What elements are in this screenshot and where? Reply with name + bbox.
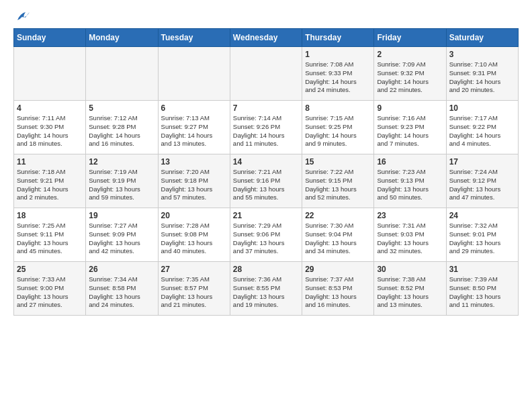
day-info: Sunrise: 7:17 AM Sunset: 9:22 PM Dayligh… bbox=[449, 114, 515, 148]
day-number: 25 bbox=[17, 265, 83, 274]
day-number: 4 bbox=[17, 103, 83, 113]
weekday-header-wednesday: Wednesday bbox=[230, 29, 302, 47]
calendar-cell: 7Sunrise: 7:14 AM Sunset: 9:26 PM Daylig… bbox=[230, 101, 302, 154]
day-number: 6 bbox=[161, 103, 227, 113]
calendar-cell bbox=[14, 47, 86, 101]
calendar-cell bbox=[158, 47, 230, 101]
day-info: Sunrise: 7:11 AM Sunset: 9:30 PM Dayligh… bbox=[17, 114, 83, 148]
day-number: 8 bbox=[305, 103, 371, 113]
day-info: Sunrise: 7:30 AM Sunset: 9:04 PM Dayligh… bbox=[305, 222, 371, 256]
day-number: 10 bbox=[449, 103, 515, 113]
day-info: Sunrise: 7:27 AM Sunset: 9:09 PM Dayligh… bbox=[89, 222, 154, 256]
calendar-cell: 2Sunrise: 7:09 AM Sunset: 9:32 PM Daylig… bbox=[374, 47, 446, 101]
day-info: Sunrise: 7:20 AM Sunset: 9:18 PM Dayligh… bbox=[161, 168, 227, 202]
calendar-cell: 28Sunrise: 7:36 AM Sunset: 8:55 PM Dayli… bbox=[230, 262, 302, 316]
day-info: Sunrise: 7:13 AM Sunset: 9:27 PM Dayligh… bbox=[161, 114, 227, 148]
day-info: Sunrise: 7:35 AM Sunset: 8:57 PM Dayligh… bbox=[161, 275, 227, 310]
week-row-3: 11Sunrise: 7:18 AM Sunset: 9:21 PM Dayli… bbox=[14, 154, 519, 208]
week-row-4: 18Sunrise: 7:25 AM Sunset: 9:11 PM Dayli… bbox=[14, 208, 519, 262]
calendar-cell: 1Sunrise: 7:08 AM Sunset: 9:33 PM Daylig… bbox=[302, 47, 374, 101]
weekday-header-row: SundayMondayTuesdayWednesdayThursdayFrid… bbox=[14, 29, 519, 47]
day-number: 27 bbox=[161, 265, 227, 274]
header bbox=[13, 11, 519, 23]
calendar-cell: 19Sunrise: 7:27 AM Sunset: 9:09 PM Dayli… bbox=[86, 208, 158, 262]
calendar-cell: 15Sunrise: 7:22 AM Sunset: 9:15 PM Dayli… bbox=[302, 154, 374, 208]
calendar-cell bbox=[86, 47, 158, 101]
day-number: 21 bbox=[233, 211, 299, 220]
day-number: 22 bbox=[305, 211, 371, 220]
day-info: Sunrise: 7:18 AM Sunset: 9:21 PM Dayligh… bbox=[17, 168, 83, 202]
day-number: 18 bbox=[17, 211, 83, 220]
calendar-cell: 11Sunrise: 7:18 AM Sunset: 9:21 PM Dayli… bbox=[14, 154, 86, 208]
day-info: Sunrise: 7:14 AM Sunset: 9:26 PM Dayligh… bbox=[233, 114, 299, 148]
day-info: Sunrise: 7:29 AM Sunset: 9:06 PM Dayligh… bbox=[233, 222, 299, 256]
day-number: 19 bbox=[89, 211, 154, 220]
day-info: Sunrise: 7:22 AM Sunset: 9:15 PM Dayligh… bbox=[305, 168, 371, 202]
calendar-cell: 20Sunrise: 7:28 AM Sunset: 9:08 PM Dayli… bbox=[158, 208, 230, 262]
day-number: 13 bbox=[161, 157, 227, 167]
weekday-header-thursday: Thursday bbox=[302, 29, 374, 47]
calendar-cell: 22Sunrise: 7:30 AM Sunset: 9:04 PM Dayli… bbox=[302, 208, 374, 262]
day-number: 30 bbox=[377, 265, 443, 274]
calendar-cell: 29Sunrise: 7:37 AM Sunset: 8:53 PM Dayli… bbox=[302, 262, 374, 316]
weekday-header-monday: Monday bbox=[86, 29, 158, 47]
day-info: Sunrise: 7:37 AM Sunset: 8:53 PM Dayligh… bbox=[305, 275, 371, 310]
day-info: Sunrise: 7:38 AM Sunset: 8:52 PM Dayligh… bbox=[377, 275, 443, 310]
day-info: Sunrise: 7:19 AM Sunset: 9:19 PM Dayligh… bbox=[89, 168, 154, 202]
day-info: Sunrise: 7:12 AM Sunset: 9:28 PM Dayligh… bbox=[89, 114, 154, 148]
day-info: Sunrise: 7:09 AM Sunset: 9:32 PM Dayligh… bbox=[377, 60, 443, 95]
calendar-cell: 27Sunrise: 7:35 AM Sunset: 8:57 PM Dayli… bbox=[158, 262, 230, 316]
calendar-cell: 9Sunrise: 7:16 AM Sunset: 9:23 PM Daylig… bbox=[374, 101, 446, 154]
day-number: 11 bbox=[17, 157, 83, 167]
calendar-cell: 31Sunrise: 7:39 AM Sunset: 8:50 PM Dayli… bbox=[446, 262, 518, 316]
day-info: Sunrise: 7:23 AM Sunset: 9:13 PM Dayligh… bbox=[377, 168, 443, 202]
day-number: 16 bbox=[377, 157, 443, 167]
calendar-cell: 5Sunrise: 7:12 AM Sunset: 9:28 PM Daylig… bbox=[86, 101, 158, 154]
day-number: 2 bbox=[377, 50, 443, 59]
day-number: 7 bbox=[233, 103, 299, 113]
week-row-1: 1Sunrise: 7:08 AM Sunset: 9:33 PM Daylig… bbox=[14, 47, 519, 101]
day-number: 20 bbox=[161, 211, 227, 220]
calendar-cell: 3Sunrise: 7:10 AM Sunset: 9:31 PM Daylig… bbox=[446, 47, 518, 101]
day-info: Sunrise: 7:08 AM Sunset: 9:33 PM Dayligh… bbox=[305, 60, 371, 95]
weekday-header-sunday: Sunday bbox=[14, 29, 86, 47]
calendar-cell: 12Sunrise: 7:19 AM Sunset: 9:19 PM Dayli… bbox=[86, 154, 158, 208]
calendar-cell: 23Sunrise: 7:31 AM Sunset: 9:03 PM Dayli… bbox=[374, 208, 446, 262]
day-number: 17 bbox=[449, 157, 515, 167]
day-number: 28 bbox=[233, 265, 299, 274]
weekday-header-friday: Friday bbox=[374, 29, 446, 47]
day-number: 1 bbox=[305, 50, 371, 59]
calendar-cell: 4Sunrise: 7:11 AM Sunset: 9:30 PM Daylig… bbox=[14, 101, 86, 154]
weekday-header-tuesday: Tuesday bbox=[158, 29, 230, 47]
day-info: Sunrise: 7:36 AM Sunset: 8:55 PM Dayligh… bbox=[233, 275, 299, 310]
day-number: 23 bbox=[377, 211, 443, 220]
calendar-cell: 21Sunrise: 7:29 AM Sunset: 9:06 PM Dayli… bbox=[230, 208, 302, 262]
calendar-cell: 30Sunrise: 7:38 AM Sunset: 8:52 PM Dayli… bbox=[374, 262, 446, 316]
calendar-cell: 8Sunrise: 7:15 AM Sunset: 9:25 PM Daylig… bbox=[302, 101, 374, 154]
day-number: 24 bbox=[449, 211, 515, 220]
day-info: Sunrise: 7:16 AM Sunset: 9:23 PM Dayligh… bbox=[377, 114, 443, 148]
day-info: Sunrise: 7:10 AM Sunset: 9:31 PM Dayligh… bbox=[449, 60, 515, 95]
day-info: Sunrise: 7:34 AM Sunset: 8:58 PM Dayligh… bbox=[89, 275, 154, 310]
calendar-cell: 6Sunrise: 7:13 AM Sunset: 9:27 PM Daylig… bbox=[158, 101, 230, 154]
day-info: Sunrise: 7:25 AM Sunset: 9:11 PM Dayligh… bbox=[17, 222, 83, 256]
day-info: Sunrise: 7:28 AM Sunset: 9:08 PM Dayligh… bbox=[161, 222, 227, 256]
day-info: Sunrise: 7:39 AM Sunset: 8:50 PM Dayligh… bbox=[449, 275, 515, 310]
day-info: Sunrise: 7:21 AM Sunset: 9:16 PM Dayligh… bbox=[233, 168, 299, 202]
calendar-cell: 24Sunrise: 7:32 AM Sunset: 9:01 PM Dayli… bbox=[446, 208, 518, 262]
calendar-cell: 16Sunrise: 7:23 AM Sunset: 9:13 PM Dayli… bbox=[374, 154, 446, 208]
logo bbox=[13, 11, 32, 23]
day-info: Sunrise: 7:31 AM Sunset: 9:03 PM Dayligh… bbox=[377, 222, 443, 256]
day-number: 14 bbox=[233, 157, 299, 167]
weekday-header-saturday: Saturday bbox=[446, 29, 518, 47]
calendar-cell: 13Sunrise: 7:20 AM Sunset: 9:18 PM Dayli… bbox=[158, 154, 230, 208]
calendar-cell bbox=[230, 47, 302, 101]
day-number: 15 bbox=[305, 157, 371, 167]
day-info: Sunrise: 7:15 AM Sunset: 9:25 PM Dayligh… bbox=[305, 114, 371, 148]
day-number: 5 bbox=[89, 103, 154, 113]
calendar-cell: 25Sunrise: 7:33 AM Sunset: 9:00 PM Dayli… bbox=[14, 262, 86, 316]
day-info: Sunrise: 7:24 AM Sunset: 9:12 PM Dayligh… bbox=[449, 168, 515, 202]
week-row-5: 25Sunrise: 7:33 AM Sunset: 9:00 PM Dayli… bbox=[14, 262, 519, 316]
calendar-cell: 14Sunrise: 7:21 AM Sunset: 9:16 PM Dayli… bbox=[230, 154, 302, 208]
day-number: 31 bbox=[449, 265, 515, 274]
